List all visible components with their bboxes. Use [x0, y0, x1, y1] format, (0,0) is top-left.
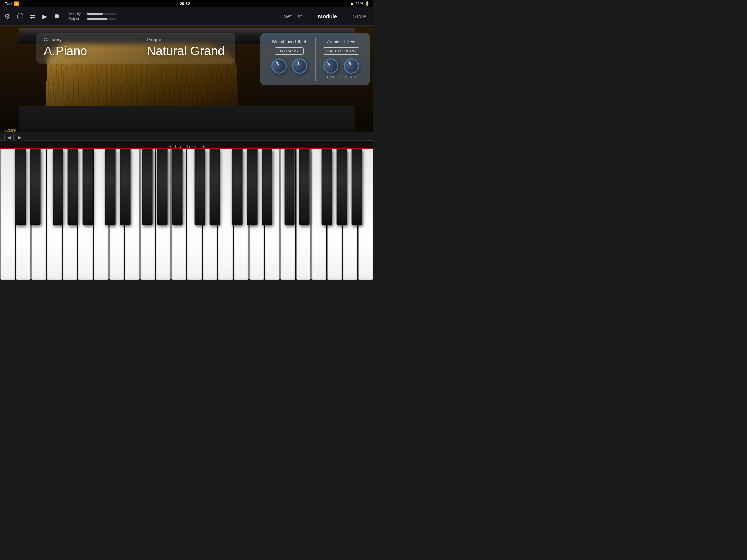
tune-icon[interactable]: ⇌ — [30, 12, 35, 20]
modulation-knobs: ------ ------ — [267, 58, 311, 78]
status-left: iPad 📶 — [4, 1, 19, 6]
status-time: 20:32 — [180, 1, 190, 6]
black-key-2[interactable] — [30, 149, 41, 225]
mod-knob-1-dots: ------ — [275, 75, 283, 78]
black-key-5[interactable] — [82, 149, 93, 225]
output-bar-bg — [87, 18, 116, 20]
battery-icon: 🔋 — [365, 1, 370, 6]
octave-section: Octave ◀ ▶ — [4, 128, 24, 141]
nav-meters: Velocity Output — [68, 12, 116, 21]
black-key-9[interactable] — [157, 149, 168, 225]
wifi-icon: 📶 — [14, 1, 19, 6]
effect-divider — [315, 37, 316, 81]
piano-background: Category A.Piano Program Natural Grand M… — [0, 26, 374, 280]
octave-prev-button[interactable]: ◀ — [4, 134, 14, 141]
tab-module[interactable]: Module — [315, 12, 340, 21]
record-icon[interactable]: ⏺ — [54, 12, 60, 20]
time-knob-label: TIME — [326, 75, 336, 79]
status-bar: iPad 📶 20:32 ▶ 41% 🔋 — [0, 0, 374, 7]
octave-buttons: ◀ ▶ — [4, 134, 24, 141]
velocity-bar-fill — [87, 13, 103, 15]
category-column[interactable]: Category A.Piano — [44, 37, 125, 58]
location-icon: ▶ — [351, 1, 354, 6]
info-icon[interactable]: ⓘ — [17, 12, 23, 21]
level-knob[interactable] — [341, 56, 361, 76]
velocity-meter: Velocity — [68, 12, 116, 16]
black-key-14[interactable] — [247, 149, 258, 225]
play-icon[interactable]: ▶ — [42, 12, 47, 20]
nav-icons: ⚙ ⓘ ⇌ ▶ ⏺ — [4, 12, 60, 21]
program-value: Natural Grand — [147, 44, 228, 58]
mod-knob-1[interactable] — [268, 55, 289, 76]
time-knob-group: TIME — [323, 58, 338, 79]
black-key-10[interactable] — [172, 149, 183, 225]
effects-columns: Modulation Effect BYPASS ------ ------ A… — [265, 37, 365, 81]
mod-knob-2[interactable] — [290, 56, 309, 76]
device-label: iPad — [4, 1, 12, 6]
black-key-17[interactable] — [299, 149, 310, 225]
tab-setlist[interactable]: Set List — [281, 12, 305, 21]
nav-bar: ⚙ ⓘ ⇌ ▶ ⏺ Velocity Output Set List Modul… — [0, 7, 374, 26]
black-key-11[interactable] — [194, 149, 205, 225]
status-right: ▶ 41% 🔋 — [351, 1, 370, 6]
bypass-button[interactable]: BYPASS — [275, 47, 304, 55]
mod-knob-2-group: ------ — [292, 58, 307, 78]
black-key-7[interactable] — [120, 149, 131, 225]
output-meter: Output — [68, 17, 116, 21]
settings-icon[interactable]: ⚙ — [4, 12, 10, 20]
black-key-18[interactable] — [322, 149, 332, 225]
ambient-title: Ambient Effect — [319, 39, 364, 44]
black-key-8[interactable] — [142, 149, 153, 225]
octave-label: Octave — [4, 128, 24, 132]
piano-keys: Octave ◀ ▶ — [0, 148, 374, 280]
black-key-13[interactable] — [232, 149, 243, 225]
piano-front — [19, 106, 355, 132]
category-value: A.Piano — [44, 44, 125, 58]
output-bar-fill — [87, 18, 107, 20]
effects-panel: Modulation Effect BYPASS ------ ------ A… — [260, 33, 370, 85]
black-keys-row — [0, 149, 374, 225]
black-key-19[interactable] — [337, 149, 347, 225]
nav-right: Set List Module Store — [281, 12, 369, 21]
ambient-knobs: TIME LEVEL — [319, 58, 364, 79]
modulation-title: Modulation Effect — [267, 39, 311, 44]
eq-line-left — [99, 147, 165, 147]
category-sublabel: Category — [44, 37, 125, 42]
velocity-bar-bg — [87, 13, 116, 15]
black-key-16[interactable] — [284, 149, 295, 225]
selector-columns: Category A.Piano Program Natural Grand — [44, 37, 228, 58]
velocity-label: Velocity — [68, 12, 85, 16]
mod-knob-2-dots: ------ — [295, 75, 303, 78]
mod-knob-1-group: ------ — [271, 58, 287, 78]
level-knob-label: LEVEL — [345, 75, 357, 79]
ambient-section: Ambient Effect HALL REVERB TIME LEVEL — [317, 37, 366, 81]
output-label: Output — [68, 17, 85, 21]
octave-next-button[interactable]: ▶ — [15, 134, 24, 141]
level-knob-group: LEVEL — [344, 58, 359, 79]
modulation-section: Modulation Effect BYPASS ------ ------ — [265, 37, 314, 81]
black-key-6[interactable] — [105, 149, 116, 225]
tab-store[interactable]: Store — [350, 12, 369, 21]
selector-panel: Category A.Piano Program Natural Grand — [36, 33, 235, 64]
battery-label: 41% — [355, 1, 363, 6]
black-key-12[interactable] — [209, 149, 220, 225]
black-key-1[interactable] — [15, 149, 26, 225]
black-key-4[interactable] — [67, 149, 78, 225]
program-sublabel: Program — [147, 37, 228, 42]
black-key-20[interactable] — [352, 149, 362, 225]
black-key-15[interactable] — [262, 149, 272, 225]
eq-line-right — [209, 147, 274, 147]
black-key-3[interactable] — [53, 149, 63, 225]
hall-reverb-button[interactable]: HALL REVERB — [323, 47, 359, 55]
time-knob[interactable] — [320, 55, 342, 77]
selector-divider — [136, 39, 136, 57]
program-column[interactable]: Program Natural Grand — [147, 37, 228, 58]
